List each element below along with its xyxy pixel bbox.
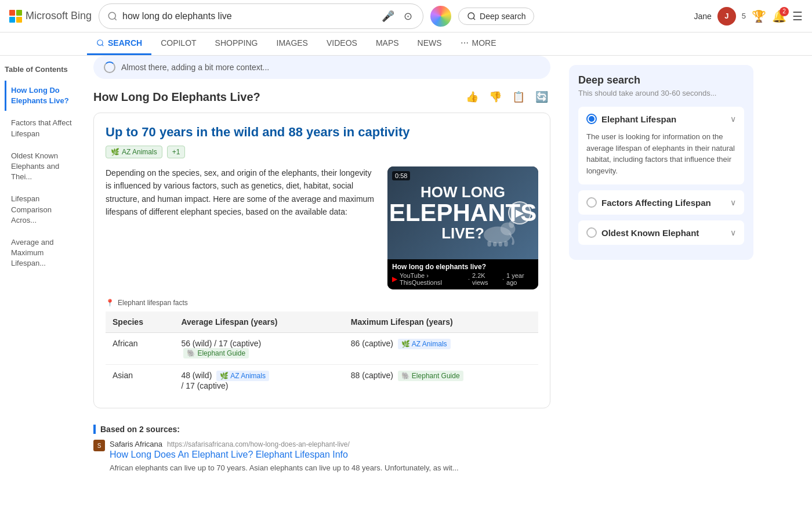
menu-button[interactable]: ☰ <box>792 9 803 23</box>
deep-search-item-left-1: Factors Affecting Lifespan <box>586 197 711 208</box>
chevron-down-icon-0: ∨ <box>730 114 736 124</box>
max-lifespan-asian: 88 (captive) 🐘 Elephant Guide <box>344 365 538 397</box>
result-card: Up to 70 years in the wild and 88 years … <box>93 113 550 408</box>
thumbs-down-button[interactable]: 👎 <box>487 88 504 106</box>
ds-radio-empty-1 <box>586 197 597 208</box>
source-link-elephant-guide[interactable]: 🐘 Elephant Guide <box>183 348 249 358</box>
ds-item-body-0: The user is looking for information on t… <box>578 131 744 184</box>
camera-button[interactable]: ⊙ <box>401 8 415 25</box>
notifications-button[interactable]: 🔔 2 <box>772 9 786 23</box>
tab-copilot[interactable]: COPILOT <box>151 32 205 55</box>
sidebar-item-how-long[interactable]: How Long Do Elephants Live? <box>5 81 79 111</box>
header: Microsoft Bing 🎤 ⊙ Deep search Jane J 5 … <box>0 0 812 32</box>
sidebar: Table of Contents How Long Do Elephants … <box>0 56 84 487</box>
deep-search-item-1: Factors Affecting Lifespan ∨ <box>578 190 744 215</box>
sidebar-title: Table of Contents <box>5 65 79 74</box>
tab-videos[interactable]: VIDEOS <box>317 32 367 55</box>
avg-lifespan-asian: 48 (wild) 🌿 AZ Animals / 17 (captive) <box>174 365 343 397</box>
species-african: African <box>106 333 174 365</box>
result-body: Depending on the species, sex, and origi… <box>106 166 538 289</box>
chevron-down-icon-2: ∨ <box>730 228 736 237</box>
source-link-main[interactable]: How Long Does An Elephant Live? Elephant… <box>110 450 459 460</box>
deep-search-item-header-0[interactable]: Elephant Lifespan ∨ <box>578 107 744 131</box>
video-duration: 0:58 <box>392 171 410 180</box>
content-area: Almost there, adding a bit more context.… <box>84 56 560 487</box>
deep-search-icon <box>467 12 476 21</box>
result-headline: Up to 70 years in the wild and 88 years … <box>106 125 538 140</box>
max-lifespan-african: 86 (captive) 🌿 AZ Animals <box>344 333 538 365</box>
source-badges: 🌿 AZ Animals +1 <box>106 146 538 158</box>
sidebar-item-factors[interactable]: Factors that Affect Lifespan <box>5 113 79 143</box>
sidebar-item-oldest[interactable]: Oldest Known Elephants and Thei... <box>5 146 79 187</box>
logo-text: Microsoft Bing <box>26 10 92 22</box>
source-link-az-animals[interactable]: 🌿 AZ Animals <box>398 339 451 349</box>
microphone-button[interactable]: 🎤 <box>379 8 397 25</box>
copy-button[interactable]: 📋 <box>510 88 527 106</box>
right-header: Jane J 5 🏆 🔔 2 ☰ <box>694 7 803 26</box>
svg-point-2 <box>97 40 103 45</box>
nav-tabs: SEARCH COPILOT SHOPPING IMAGES VIDEOS MA… <box>0 32 812 56</box>
user-name: Jane <box>694 12 711 21</box>
source-badge-plus[interactable]: +1 <box>167 146 186 158</box>
table-header-row: Species Average Lifespan (years) Maximum… <box>106 311 538 333</box>
logo-area: Microsoft Bing <box>9 10 92 23</box>
source-details: Safaris Africana https://safarisafricana… <box>110 440 459 474</box>
ds-radio-empty-2 <box>586 227 597 238</box>
colorful-icon-button[interactable] <box>430 6 451 27</box>
trophy-button[interactable]: 🏆 <box>752 9 766 23</box>
svg-rect-8 <box>499 242 502 247</box>
svg-point-0 <box>108 12 115 19</box>
deep-search-item-0: Elephant Lifespan ∨ The user is looking … <box>578 107 744 184</box>
tab-search[interactable]: SEARCH <box>87 32 151 55</box>
lifespan-table: Species Average Lifespan (years) Maximum… <box>106 311 538 396</box>
tab-more[interactable]: ⋯ MORE <box>451 32 506 55</box>
video-caption: 📍 Elephant lifespan facts <box>106 299 538 307</box>
search-bar[interactable]: 🎤 ⊙ <box>99 3 423 29</box>
search-input[interactable] <box>122 11 375 21</box>
source-favicon: S <box>93 440 105 451</box>
svg-rect-9 <box>504 241 507 247</box>
deep-search-title: Deep search <box>578 74 744 86</box>
sidebar-item-average[interactable]: Average and Maximum Lifespan... <box>5 233 79 274</box>
deep-search-item-left-0: Elephant Lifespan <box>586 114 676 124</box>
sources-label: Based on 2 sources: <box>93 425 550 434</box>
refresh-button[interactable]: 🔄 <box>533 88 550 106</box>
deep-search-item-header-2[interactable]: Oldest Known Elephant ∨ <box>578 220 744 245</box>
deep-search-item-header-1[interactable]: Factors Affecting Lifespan ∨ <box>578 190 744 215</box>
video-source: ▶ YouTube › ThisQuestionsI · 2.2K views … <box>392 272 534 286</box>
sidebar-item-comparison[interactable]: Lifespan Comparison Acros... <box>5 189 79 230</box>
source-link-az-animals-2[interactable]: 🌿 AZ Animals <box>216 371 269 381</box>
source-badge-az[interactable]: 🌿 AZ Animals <box>106 146 162 158</box>
pin-icon: 📍 <box>106 299 114 307</box>
elephant-silhouette-icon <box>474 213 521 248</box>
tab-images[interactable]: IMAGES <box>267 32 317 55</box>
tab-shopping[interactable]: SHOPPING <box>206 32 267 55</box>
tab-news[interactable]: NEWS <box>408 32 451 55</box>
col-max-lifespan: Maximum Lifespan (years) <box>344 311 538 333</box>
video-thumbnail[interactable]: 0:58 HOW LONG ELEPHANTS LIVE? ▶ <box>387 166 538 289</box>
thumbs-up-button[interactable]: 👍 <box>463 88 481 106</box>
right-panel: Deep search This should take around 30-6… <box>560 56 763 487</box>
deep-search-button[interactable]: Deep search <box>458 8 534 25</box>
source-link-elephant-guide-2[interactable]: 🐘 Elephant Guide <box>398 371 463 381</box>
table-row: Asian 48 (wild) 🌿 AZ Animals / 17 (capti… <box>106 365 538 397</box>
main-layout: Table of Contents How Long Do Elephants … <box>0 56 812 487</box>
tab-maps[interactable]: MAPS <box>367 32 408 55</box>
deep-search-item-left-2: Oldest Known Elephant <box>586 227 699 238</box>
bing-logo-icon <box>9 10 22 23</box>
source-entry: S Safaris Africana https://safarisafrica… <box>93 440 550 474</box>
youtube-icon: ▶ <box>392 275 397 283</box>
search-tab-icon <box>96 39 104 47</box>
avg-lifespan-african: 56 (wild) / 17 (captive) 🐘 Elephant Guid… <box>174 333 343 365</box>
svg-rect-7 <box>493 242 496 247</box>
source-name: Safaris Africana <box>110 440 162 448</box>
deep-search-panel: Deep search This should take around 30-6… <box>569 65 753 260</box>
source-url: https://safarisafricana.com/how-long-doe… <box>167 440 350 448</box>
loading-spinner <box>104 61 115 73</box>
ds-item-label-0: Elephant Lifespan <box>601 114 676 124</box>
video-meta: How long do elephants live? ▶ YouTube › … <box>387 259 538 289</box>
sources-section: Based on 2 sources: S Safaris Africana h… <box>93 418 550 474</box>
loading-text: Almost there, adding a bit more context.… <box>121 63 269 72</box>
search-icon <box>107 11 118 21</box>
result-text: Depending on the species, sex, and origi… <box>106 166 378 289</box>
